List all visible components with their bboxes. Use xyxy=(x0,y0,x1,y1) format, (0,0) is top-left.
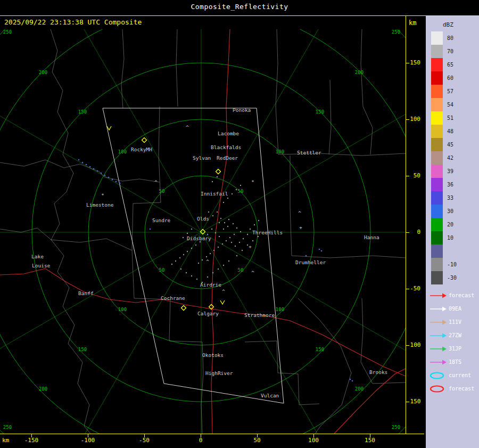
county-boundary xyxy=(329,80,331,154)
dbz-scale-row: 65 xyxy=(426,58,479,71)
bottom-axis-unit: km xyxy=(2,437,9,444)
echo-dot xyxy=(222,243,223,245)
dbz-scale-row: 57 xyxy=(426,85,479,98)
echo-dot xyxy=(223,229,224,230)
echo-dot xyxy=(180,268,181,270)
track-legend-row: 111V xyxy=(426,315,479,329)
right-axis-line xyxy=(406,15,406,434)
echo-dot xyxy=(220,218,221,219)
track-label: 31JP xyxy=(449,346,461,352)
echo-dot xyxy=(217,176,218,177)
echo-dot xyxy=(213,250,214,251)
echo-dot xyxy=(231,242,232,243)
bottom-axis-tick xyxy=(31,434,32,437)
range-label: 250 xyxy=(3,425,12,430)
echo-dot xyxy=(200,241,201,242)
dbz-value: 70 xyxy=(447,48,453,54)
echo-dot xyxy=(239,242,240,243)
track-legend-row: forecast xyxy=(426,289,479,302)
echo-dot xyxy=(191,229,192,230)
echo-dot xyxy=(228,219,229,220)
dbz-swatch xyxy=(431,125,443,138)
white-caret-marker: ^ xyxy=(298,210,301,216)
range-label: 150 xyxy=(316,347,324,352)
bottom-axis-line xyxy=(0,434,424,434)
dbz-value: 45 xyxy=(447,142,453,148)
county-boundary xyxy=(0,228,51,240)
city-label: Stettler xyxy=(297,150,321,156)
dbz-swatch xyxy=(431,111,443,125)
city-label: Brooks xyxy=(369,369,387,375)
track-label: 111V xyxy=(449,319,461,325)
track-label: 27ZW xyxy=(449,332,461,338)
white-star-marker: * xyxy=(251,180,254,185)
dbz-scale-row: 45 xyxy=(426,138,479,151)
bottom-axis-tick-label: -50 xyxy=(134,437,155,444)
echo-dot xyxy=(247,245,248,246)
city-label: Limestone xyxy=(86,202,114,208)
range-label: 200 xyxy=(39,70,47,75)
dbz-scale-row: 42 xyxy=(426,151,479,165)
echo-dot xyxy=(217,211,218,213)
range-label: 200 xyxy=(355,386,364,392)
echo-dot-blue xyxy=(89,166,91,168)
dbz-scale-row: 80 xyxy=(426,31,479,45)
echo-dot xyxy=(196,279,197,280)
dbz-swatch xyxy=(431,218,443,231)
city-label: Ponoka xyxy=(233,107,251,113)
echo-dot xyxy=(242,250,243,251)
echo-dot xyxy=(210,253,211,254)
arrow-head xyxy=(442,346,447,351)
echo-dot-blue xyxy=(101,173,102,174)
echo-dot xyxy=(240,231,241,232)
city-label: Blackfalds xyxy=(211,144,241,150)
track-arrow-icon xyxy=(429,345,447,353)
dbz-value: 42 xyxy=(447,155,453,161)
highway-line xyxy=(0,268,212,309)
echo-dot-blue xyxy=(86,164,87,166)
city-label: HighRiver xyxy=(205,370,233,376)
city-label: Innisfail xyxy=(201,191,228,197)
arrow-head xyxy=(442,306,447,311)
dbz-value: 20 xyxy=(447,222,453,227)
county-boundary xyxy=(51,29,90,434)
echo-dot xyxy=(219,222,220,223)
city-label: RockyMH xyxy=(131,146,152,152)
echo-dot xyxy=(226,240,227,241)
echo-dot xyxy=(206,256,207,257)
arrow-head xyxy=(442,360,447,364)
echo-dot-blue xyxy=(321,250,323,252)
echo-dot xyxy=(198,263,199,264)
city-label: Sylvan xyxy=(193,155,211,161)
city-label: RedDeer xyxy=(217,155,238,161)
right-axis-tick xyxy=(406,63,409,63)
range-label: 100 xyxy=(118,307,127,312)
bottom-axis-tick-label: 0 xyxy=(190,437,211,444)
radar-site-marker xyxy=(216,169,221,174)
range-label: 150 xyxy=(78,347,87,352)
dbz-value: 48 xyxy=(447,128,453,134)
city-label: Airdrie xyxy=(200,282,221,288)
track-legend-row: 27ZW xyxy=(426,329,479,342)
right-axis-tick xyxy=(406,176,409,176)
ellipse-shape xyxy=(431,386,443,392)
dbz-swatch xyxy=(431,71,443,85)
county-boundary xyxy=(292,256,406,258)
echo-dot xyxy=(223,202,224,203)
echo-dot-blue xyxy=(119,183,121,184)
echo-dot-blue xyxy=(352,380,353,382)
city-label: Strathmore xyxy=(244,312,275,318)
city-label: Drumheller xyxy=(295,259,326,265)
right-axis-tick xyxy=(406,232,409,233)
dbz-scale-row: 60 xyxy=(426,71,479,85)
dbz-swatch xyxy=(431,45,443,58)
track-arrow-icon xyxy=(429,331,447,340)
echo-dot-blue xyxy=(82,162,84,164)
echo-dot xyxy=(236,255,237,256)
radar-site-marker xyxy=(142,138,147,143)
city-label: Okotoks xyxy=(202,352,224,358)
white-caret-marker: ^ xyxy=(154,180,158,185)
dbz-value: 33 xyxy=(447,195,453,201)
echo-dot xyxy=(258,220,259,221)
white-caret-marker: ^ xyxy=(186,125,189,130)
